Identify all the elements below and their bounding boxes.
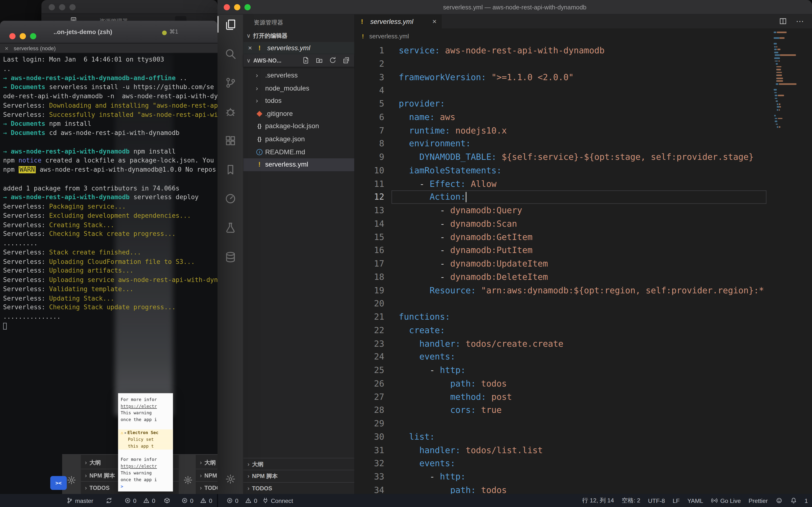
tree-item-.gitignore[interactable]: .gitignore	[243, 107, 354, 120]
project-section-header[interactable]: ∨AWS-NO...	[243, 54, 354, 67]
minimize-window-button[interactable]	[19, 33, 26, 39]
code-line[interactable]: 25 - http:	[355, 363, 772, 377]
collapse-all-icon[interactable]	[342, 56, 350, 64]
code-line[interactable]: 1service: aws-node-rest-api-with-dynamod…	[355, 44, 772, 57]
language-mode[interactable]: YAML	[687, 497, 703, 504]
code-line[interactable]: 29	[355, 417, 772, 430]
tree-item-README.md[interactable]: iREADME.md	[243, 146, 354, 158]
activity-bookmark[interactable]	[224, 163, 237, 176]
problems-indicator-3[interactable]: 0 0	[226, 494, 257, 507]
indentation-indicator[interactable]: 空格: 2	[622, 497, 641, 504]
code-line[interactable]: 8 environment:	[355, 137, 772, 151]
code-line[interactable]: 16 - dynamodb:PutItem	[355, 244, 772, 257]
panel-section-header[interactable]: ›TODOS	[196, 481, 217, 494]
close-window-button[interactable]	[49, 4, 55, 10]
feedback-smiley-icon[interactable]	[775, 497, 782, 504]
close-window-button[interactable]	[9, 33, 16, 39]
tree-item-package.json[interactable]: {}package.json	[243, 133, 354, 146]
encoding-indicator[interactable]: UTF-8	[648, 497, 665, 504]
minimap[interactable]	[772, 29, 812, 494]
activity-database[interactable]	[224, 251, 237, 263]
code-line[interactable]: 34 path: todos	[355, 484, 772, 494]
refresh-icon[interactable]	[329, 56, 337, 64]
gear-icon[interactable]	[184, 475, 193, 485]
terminal-titlebar[interactable]: ..on-jets-demo (zsh) ⌘1	[0, 21, 217, 44]
code-line[interactable]: 14 - dynamodb:Scan	[355, 217, 772, 230]
code-line[interactable]: 32 events:	[355, 457, 772, 470]
panel-section-header[interactable]: ›大纲	[196, 456, 217, 469]
tree-item-node_modules[interactable]: ›node_modules	[243, 82, 354, 95]
package-indicator[interactable]	[164, 494, 170, 507]
remote-indicator[interactable]: ><	[50, 476, 67, 490]
activity-explorer[interactable]	[224, 18, 237, 31]
code-area[interactable]: 1service: aws-node-rest-api-with-dynamod…	[355, 44, 772, 494]
activity-debug[interactable]	[224, 106, 237, 118]
close-icon[interactable]: ×	[248, 42, 252, 54]
eol-indicator[interactable]: LF	[673, 497, 680, 504]
code-line[interactable]: 13 - dynamodb:Query	[355, 204, 772, 217]
close-tab-icon[interactable]: ✕	[5, 46, 8, 51]
code-line[interactable]: 18 - dynamodb:DeleteItem	[355, 270, 772, 284]
code-line[interactable]: 33 - http:	[355, 470, 772, 484]
open-editor-item[interactable]: × ! serverless.yml	[243, 42, 354, 54]
code-line[interactable]: 28 cors: true	[355, 404, 772, 417]
code-line[interactable]: 30 list:	[355, 430, 772, 444]
split-editor-icon[interactable]	[779, 17, 787, 25]
code-line[interactable]: 23 handler: todos/create.create	[355, 337, 772, 350]
code-line[interactable]: 2	[355, 57, 772, 70]
code-line[interactable]: 9 DYNAMODB_TABLE: ${self:service}-${opt:…	[355, 151, 772, 164]
window-controls[interactable]	[9, 33, 36, 39]
code-line[interactable]: 31 handler: todos/list.list	[355, 444, 772, 457]
vscode-titlebar[interactable]: serverless.yml — aws-node-rest-api-with-…	[217, 0, 812, 14]
zoom-window-button[interactable]	[69, 4, 75, 10]
open-editors-header[interactable]: ∨打开的编辑器	[243, 30, 354, 42]
notifications-bell-icon[interactable]	[790, 497, 797, 504]
code-line[interactable]: 21functions:	[355, 311, 772, 324]
expand-arrow-icon[interactable]: ▸	[124, 430, 127, 435]
tab-serverless-yml[interactable]: ! serverless.yml ×	[355, 14, 442, 29]
terminal-body[interactable]: Last login: Mon Jan 6 14:46:01 on ttys00…	[0, 53, 217, 494]
go-live-button[interactable]: Go Live	[711, 497, 741, 504]
code-line[interactable]: 20	[355, 297, 772, 311]
tree-item-todos[interactable]: ›todos	[243, 95, 354, 108]
code-line[interactable]: 11 - Effect: Allow	[355, 177, 772, 190]
code-line[interactable]: 22 create:	[355, 324, 772, 337]
code-line[interactable]: 27 method: post	[355, 390, 772, 404]
code-line[interactable]: 24 events:	[355, 350, 772, 363]
breadcrumb[interactable]: ! serverless.yml	[355, 29, 812, 44]
window-controls[interactable]	[49, 4, 75, 10]
code-line[interactable]: 15 - dynamodb:GetItem	[355, 231, 772, 244]
activity-beaker[interactable]	[224, 221, 237, 234]
terminal-tab[interactable]: ✕ serverless (node)	[0, 44, 217, 53]
zoom-window-button[interactable]	[30, 33, 36, 39]
panel-section-header[interactable]: ›NPM 脚本	[196, 469, 217, 481]
code-line[interactable]: 12 Action:	[355, 190, 772, 204]
code-line[interactable]: 19 Resource: "arn:aws:dynamodb:${opt:reg…	[355, 284, 772, 297]
new-file-icon[interactable]	[302, 56, 310, 64]
code-line[interactable]: 10 iamRoleStatements:	[355, 164, 772, 177]
problems-indicator-2[interactable]: 0 0	[181, 494, 212, 507]
problems-indicator-1[interactable]: 0 0	[124, 494, 155, 507]
tree-item-.serverless[interactable]: ›.serverless	[243, 69, 354, 82]
code-line[interactable]: 26 path: todos	[355, 377, 772, 390]
close-tab-icon[interactable]: ×	[433, 14, 437, 29]
code-line[interactable]: 6 name: aws	[355, 111, 772, 124]
activity-search[interactable]	[224, 48, 237, 60]
sync-button[interactable]	[106, 494, 112, 507]
tree-item-serverless.yml[interactable]: !serverless.yml	[243, 158, 354, 171]
git-branch-indicator[interactable]: master	[66, 494, 93, 507]
activity-extensions[interactable]	[224, 134, 237, 147]
more-actions-icon[interactable]: ⋯	[796, 17, 804, 25]
activity-source-control[interactable]	[224, 76, 237, 89]
minimize-window-button[interactable]	[59, 4, 65, 10]
tree-item-package-lock.json[interactable]: {}package-lock.json	[243, 120, 354, 133]
panel-section-header[interactable]: ›TODOS	[243, 482, 354, 494]
panel-section-header[interactable]: ›NPM 脚本	[243, 470, 354, 482]
code-line[interactable]: 5provider:	[355, 97, 772, 111]
panel-section-header[interactable]: ›大纲	[243, 458, 354, 470]
formatter-indicator[interactable]: Prettier	[749, 497, 768, 504]
code-line[interactable]: 7 runtime: nodejs10.x	[355, 124, 772, 137]
connect-button[interactable]: Connect	[262, 494, 293, 507]
code-line[interactable]: 17 - dynamodb:UpdateItem	[355, 257, 772, 270]
activity-test[interactable]	[224, 192, 237, 205]
